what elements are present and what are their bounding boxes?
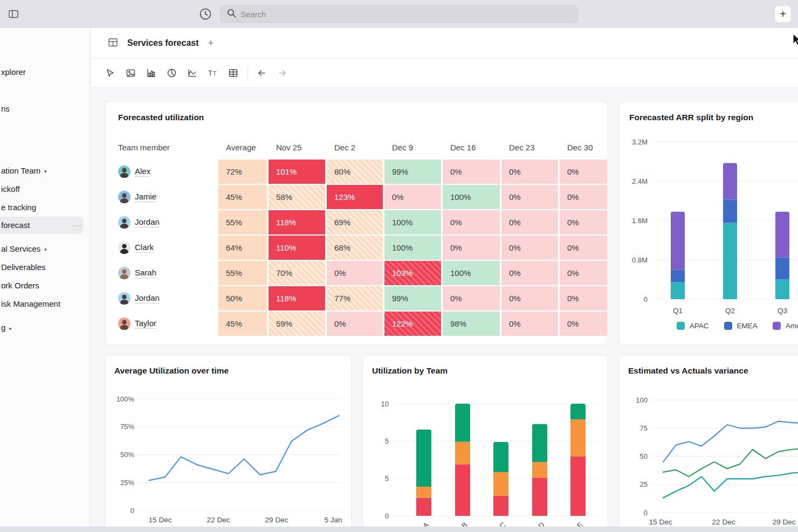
member-link[interactable]: Sarah [135, 268, 156, 278]
chevron-down-icon: ▾ [44, 169, 47, 174]
svg-text:1.6M: 1.6M [632, 217, 648, 225]
utilization-cell: 77% [327, 286, 383, 310]
tab-services-forecast[interactable]: Services forecast + [108, 28, 214, 58]
add-button[interactable]: + [775, 6, 791, 22]
table-row-taylor: Taylor [105, 312, 217, 336]
utilization-cell: 100% [384, 236, 441, 260]
svg-text:22 Dec: 22 Dec [712, 518, 735, 526]
dashboard-canvas: Forecasted utilization Team memberAverag… [91, 88, 798, 532]
member-link[interactable]: Clark [135, 243, 154, 253]
search-bar[interactable] [220, 5, 578, 23]
svg-text:22 Dec: 22 Dec [207, 516, 230, 524]
sidebar-item-xplorer[interactable]: xplorer [0, 65, 91, 80]
sidebar-item-forecast[interactable]: forecast··· [0, 218, 91, 233]
text-tool-icon[interactable]: TT [207, 67, 218, 79]
member-link[interactable]: Jordan [135, 217, 160, 227]
utilization-cell: 55% [218, 261, 267, 285]
team-utilization-chart: 05510ABCDE [363, 355, 609, 532]
page-title: Services forecast [127, 38, 199, 48]
column-header-dec-30: Dec 30 [567, 143, 593, 152]
utilization-cell: 69% [327, 210, 383, 234]
sidebar-item-ickoff[interactable]: ickoff [0, 182, 91, 197]
arrow-left-icon[interactable] [256, 67, 267, 79]
table-row-jordan: Jordan [105, 210, 217, 234]
chart-legend: APACEMEAAmericas [620, 322, 798, 330]
legend-label: APAC [690, 322, 709, 330]
avatar [118, 165, 130, 178]
history-icon[interactable] [198, 7, 212, 21]
svg-text:5: 5 [385, 474, 389, 482]
legend-item-americas: Americas [773, 322, 798, 330]
utilization-cell: 118% [269, 210, 325, 234]
utilization-cell: 99% [384, 286, 441, 310]
table-tool-icon[interactable] [227, 67, 239, 79]
sidebar-item-label: ickoff [1, 184, 20, 194]
svg-text:3.2M: 3.2M [632, 138, 648, 146]
svg-text:0: 0 [130, 507, 134, 515]
search-icon [227, 9, 236, 20]
svg-text:Q3: Q3 [778, 307, 787, 315]
svg-text:5: 5 [385, 437, 389, 445]
utilization-cell: 0% [501, 312, 558, 336]
sidebar-item-ns[interactable]: ns [0, 101, 91, 116]
svg-text:100: 100 [636, 396, 648, 404]
card-estimated-vs-actuals: Estimated vs Actuals variance 0255075100… [619, 355, 798, 532]
sidebar-item-g[interactable]: g▸ [0, 320, 91, 335]
cursor-tool-icon[interactable] [104, 67, 116, 79]
utilization-cell: 70% [269, 261, 325, 285]
svg-text:50: 50 [640, 452, 648, 460]
svg-text:25: 25 [640, 480, 648, 488]
search-input[interactable] [240, 10, 571, 19]
utilization-cell: 64% [218, 236, 267, 260]
avatar [118, 267, 130, 279]
utilization-cell: 0% [384, 185, 441, 209]
utilization-cell: 123% [327, 185, 383, 209]
member-link[interactable]: Jordan [135, 293, 160, 303]
sidebar-item-al-services[interactable]: al Services▾ [0, 241, 91, 257]
line-chart-tool-icon[interactable] [186, 67, 198, 79]
app-window: + xplorernsation Team▾ickoffe trackingfo… [0, 0, 798, 532]
utilization-cell: 0% [560, 160, 607, 184]
table-row-jamie: Jamie [105, 185, 217, 209]
utilization-cell: 0% [501, 160, 558, 184]
utilization-cell: 100% [443, 261, 500, 285]
svg-text:75%: 75% [120, 423, 134, 431]
avatar [118, 216, 130, 229]
utilization-cell: 0% [443, 210, 500, 234]
toolbar-divider [247, 67, 248, 79]
sidebar-item-ork-orders[interactable]: ork Orders [0, 278, 91, 293]
utilization-cell: 0% [443, 236, 500, 260]
utilization-cell: 0% [560, 236, 607, 260]
card-average-utilization: Average Utilization over time 025%50%75%… [105, 355, 352, 532]
pie-chart-tool-icon[interactable] [166, 67, 177, 79]
arr-chart: 00.8M1.6M2.4M3.2MQ1Q2Q3 [620, 102, 798, 346]
sidebar-toggle-icon[interactable] [8, 8, 19, 20]
member-link[interactable]: Taylor [135, 319, 156, 329]
sidebar-item-label: forecast [1, 220, 30, 230]
card-utilization-by-team: Utilization by Team 05510ABCDE [362, 355, 608, 532]
utilization-cell: 0% [501, 185, 558, 209]
svg-text:5 Jan: 5 Jan [324, 516, 342, 524]
add-tab-button[interactable]: + [208, 38, 214, 49]
sidebar-item-ation-team[interactable]: ation Team▾ [0, 163, 91, 178]
table-row-alex: Alex [105, 160, 217, 184]
more-options-icon[interactable]: ··· [73, 218, 82, 233]
svg-text:29 Dec: 29 Dec [265, 516, 288, 524]
image-tool-icon[interactable] [125, 67, 136, 79]
sidebar-item-deliverables[interactable]: Deliverables [0, 260, 91, 275]
sidebar-item-e-tracking[interactable]: e tracking [0, 200, 91, 215]
sidebar-item-isk-management[interactable]: isk Management [0, 296, 91, 312]
utilization-cell: 50% [218, 286, 267, 310]
bar-chart-tool-icon[interactable] [145, 67, 157, 79]
arrow-right-icon[interactable] [276, 67, 288, 79]
svg-text:2.4M: 2.4M [632, 177, 648, 185]
legend-swatch [677, 322, 685, 330]
table-row-clark: Clark [105, 236, 217, 260]
column-header-dec-16: Dec 16 [450, 143, 476, 152]
svg-text:0: 0 [385, 512, 389, 520]
utilization-cell: 0% [327, 312, 383, 336]
member-link[interactable]: Alex [135, 167, 150, 177]
topbar: + [0, 0, 798, 28]
member-link[interactable]: Jamie [135, 192, 156, 202]
utilization-cell: 45% [218, 312, 267, 336]
